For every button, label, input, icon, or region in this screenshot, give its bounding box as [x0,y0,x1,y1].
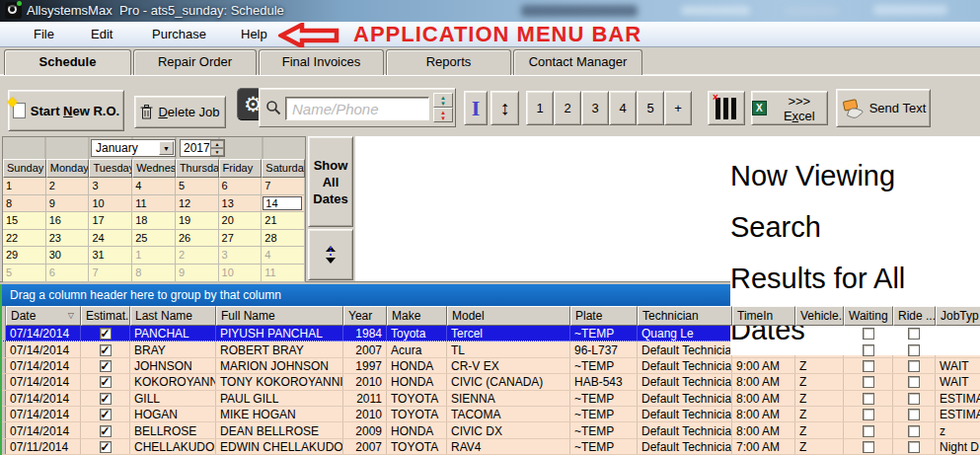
menu-item-purchase[interactable]: Purchase [148,26,210,42]
column-header-time_in[interactable]: TimeIn [732,306,795,326]
estimate-checkbox[interactable] [100,344,112,356]
search-input[interactable] [285,97,429,120]
calendar-day-4[interactable]: 4 [132,178,176,195]
column-header-year[interactable]: Year [343,306,387,326]
calendar-day-8[interactable]: 8 [3,195,46,213]
expand-dates-button[interactable] [308,229,353,280]
calendar-day-25[interactable]: 25 [132,230,176,248]
calendar-day-9[interactable]: 9 [46,195,90,213]
table-row[interactable]: 07/14/2014JOHNSONMARION JOHNSON1997HONDA… [2,358,980,374]
calendar-day-26[interactable]: 26 [176,230,219,248]
tab-repair-order[interactable]: Repair Order [133,49,257,75]
tab-final-invoices[interactable]: Final Invoices [259,49,384,75]
calendar-day-9-next[interactable]: 9 [176,265,219,282]
calendar-day-29[interactable]: 29 [3,247,46,265]
year-spinner[interactable]: 2017 ▲▼ [180,139,225,157]
spinner-up-button[interactable]: ▲▼ [433,93,453,108]
delete-job-button[interactable]: Delete Job [134,96,226,128]
page-button-+[interactable]: + [664,91,692,125]
calendar-day-1[interactable]: 1 [3,178,46,195]
calendar-day-6-next[interactable]: 6 [46,265,90,282]
tab-contact-manager[interactable]: Contact Manager [513,49,642,75]
waiting-checkbox[interactable] [863,376,874,388]
estimate-checkbox[interactable] [100,393,112,405]
column-header-last_name[interactable]: Last Name [130,306,216,326]
calendar-day-12[interactable]: 12 [176,195,219,213]
page-button-4[interactable]: 4 [609,91,637,125]
ride-checkbox[interactable] [908,441,920,453]
ride-checkbox[interactable] [908,409,920,420]
calendar-day-16[interactable]: 16 [46,212,90,230]
page-button-1[interactable]: 1 [526,91,554,125]
calendar-day-27[interactable]: 27 [219,230,263,248]
table-row[interactable]: 07/14/2014BELLROSEDEAN BELLROSE2009HONDA… [2,422,980,438]
calendar-day-31[interactable]: 31 [89,247,132,265]
calendar-day-21[interactable]: 21 [262,212,305,230]
ride-checkbox[interactable] [908,344,920,356]
cursor-tool-button[interactable]: I [464,91,488,125]
calendar-day-11-next[interactable]: 11 [262,265,305,282]
calendar-day-7-next[interactable]: 7 [89,265,132,282]
table-row[interactable]: 07/11/2014CHELLAKUDOMEDWIN CHELLAKUDOM20… [2,439,980,455]
estimate-checkbox[interactable] [100,409,112,420]
calendar-day-17[interactable]: 17 [89,212,132,230]
calendar-day-10[interactable]: 10 [89,195,132,213]
calendar-day-22[interactable]: 22 [3,230,46,248]
waiting-checkbox[interactable] [863,360,874,372]
row-height-button[interactable]: ↕ [490,91,519,125]
calendar-day-23[interactable]: 23 [46,230,90,248]
tab-reports[interactable]: Reports [386,49,511,75]
column-header-waiting[interactable]: Waiting [844,306,893,326]
column-header-plate[interactable]: Plate [570,306,638,326]
calendar-day-5[interactable]: 5 [176,178,219,195]
waiting-checkbox[interactable] [863,409,874,420]
ride-checkbox[interactable] [908,425,920,437]
calendar-day-18[interactable]: 18 [132,212,176,230]
table-row[interactable]: 07/14/2014HOGANMIKE HOGAN2010TOYOTATACOM… [2,407,980,422]
column-header-model[interactable]: Model [447,306,570,326]
waiting-checkbox[interactable] [863,344,874,356]
calendar-day-30[interactable]: 30 [46,247,90,265]
calendar-day-15[interactable]: 15 [3,212,46,230]
calendar-day-14[interactable]: 14 [262,195,305,213]
table-row[interactable]: 07/14/2014KOKOROYANNITONY KOKOROYANNIF20… [2,374,980,390]
page-button-3[interactable]: 3 [581,91,609,125]
column-header-vehicle[interactable]: Vehicle... [795,306,844,326]
spinner-down-button[interactable]: ▲▼ [433,108,453,122]
calendar-day-2[interactable]: 2 [46,178,90,195]
calendar-day-4-next[interactable]: 4 [262,247,305,265]
waiting-checkbox[interactable] [863,441,874,453]
year-down-icon[interactable]: ▼ [210,148,224,156]
page-button-5[interactable]: 5 [637,91,664,125]
column-header-estimate[interactable]: Estimat... [81,306,130,326]
estimate-checkbox[interactable] [100,376,112,388]
ride-checkbox[interactable] [908,360,920,372]
start-new-ro-button[interactable]: Start New R.O. [8,90,124,131]
calendar-day-7[interactable]: 7 [262,178,305,195]
calendar-day-28[interactable]: 28 [262,230,305,248]
column-header-ride[interactable]: Ride ... [893,306,936,326]
estimate-checkbox[interactable] [100,360,112,372]
calendar-day-13[interactable]: 13 [219,195,263,213]
page-button-2[interactable]: 2 [554,91,581,125]
barcode-button[interactable]: × [708,91,745,125]
calendar-day-2-next[interactable]: 2 [176,247,219,265]
waiting-checkbox[interactable] [863,425,874,437]
calendar-day-1-next[interactable]: 1 [132,247,176,265]
ride-checkbox[interactable] [908,376,920,388]
ride-checkbox[interactable] [908,393,920,405]
estimate-checkbox[interactable] [100,328,112,340]
calendar-day-11[interactable]: 11 [132,195,176,213]
tab-schedule[interactable]: Schedule [4,49,131,75]
estimate-checkbox[interactable] [100,441,112,453]
calendar-day-8-next[interactable]: 8 [132,265,176,282]
waiting-checkbox[interactable] [863,393,874,405]
send-text-button[interactable]: Send Text [836,89,931,127]
show-all-dates-button[interactable]: Show All Dates [308,136,353,227]
menu-item-file[interactable]: File [30,26,58,42]
calendar-day-24[interactable]: 24 [89,230,132,248]
ride-checkbox[interactable] [908,328,920,340]
menu-item-help[interactable]: Help [237,26,271,42]
estimate-checkbox[interactable] [100,425,112,437]
table-row[interactable]: 07/14/2014GILLPAUL GILL2011TOYOTASIENNA~… [2,391,980,407]
